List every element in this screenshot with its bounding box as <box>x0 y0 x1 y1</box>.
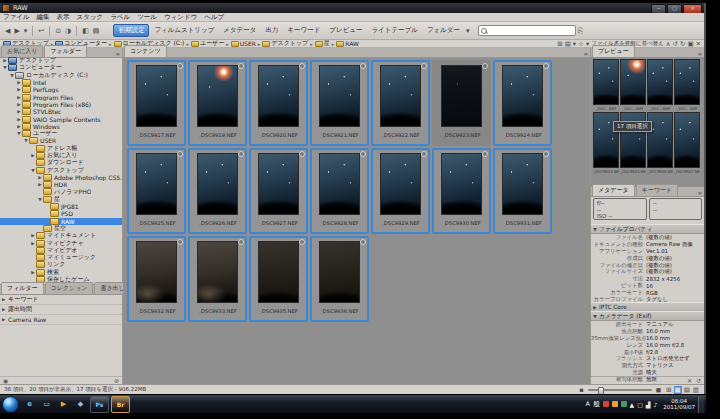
media-gallery-icon[interactable]: ◆ <box>73 398 88 411</box>
refine-icon[interactable]: ◧ <box>82 26 89 36</box>
photo-thumbnail[interactable] <box>197 241 238 303</box>
workspace-tab-8[interactable]: フォルダー <box>423 25 464 36</box>
workspace-tab-3[interactable]: メタデータ <box>219 25 260 36</box>
folder-tree-item[interactable]: ▶Adobe Photoshop CS5.1 <box>0 174 122 181</box>
thumbnail-cell[interactable]: · · · · ·_DSC9932.NEF <box>127 236 186 322</box>
thumbnail-cell[interactable]: · · · · ·_DSC9936.NEF <box>310 236 369 322</box>
breadcrumb-item[interactable]: USER <box>240 40 256 47</box>
camera-import-icon[interactable]: ⊙ <box>55 26 61 36</box>
photo-thumbnail[interactable] <box>441 153 482 215</box>
photo-thumbnail[interactable] <box>258 153 299 215</box>
taskbar-clock[interactable]: 06:042011/09/07 <box>663 398 695 411</box>
details-view-button[interactable]: ▤ <box>683 386 691 394</box>
show-desktop-button[interactable] <box>698 396 704 413</box>
delete-item-icon[interactable]: ✕ <box>696 40 701 48</box>
tab-preview[interactable]: プレビュー <box>592 45 635 57</box>
thumbnail-view-icon[interactable]: ⊞ <box>557 40 562 48</box>
preview-thumbnail[interactable] <box>674 112 700 168</box>
thumbnail-cell[interactable]: · · · · ·_DSC9929.NEF <box>371 148 430 234</box>
search-input[interactable] <box>487 27 573 34</box>
breadcrumb-item[interactable]: RAW <box>345 40 359 47</box>
folder-tree-item[interactable]: ▶STVLBtec <box>0 108 122 115</box>
hidden-icons-icon[interactable]: ▲ <box>630 401 635 408</box>
thumbnail-cell[interactable]: · · · · ·_DSC9919.NEF <box>188 60 247 146</box>
photoshop-taskbar-button[interactable]: Ps <box>90 396 109 413</box>
photo-thumbnail[interactable] <box>197 153 238 215</box>
tab-favorites[interactable]: お気に入り <box>1 45 43 57</box>
workspace-tab-2[interactable]: フィルムストリップ <box>150 25 218 36</box>
folder-tree-item[interactable]: PSD <box>0 210 122 217</box>
thumbnail-cell[interactable]: · · · · ·_DSC9927.NEF <box>249 148 308 234</box>
preview-thumbnail[interactable] <box>674 59 700 105</box>
folder-tree-item[interactable]: ▶Program Files (x86) <box>0 101 122 108</box>
breadcrumb-item[interactable]: ユーザー <box>200 39 224 48</box>
view-dropdown-icon[interactable]: ▾ <box>573 40 576 48</box>
ime-toolbar-icon[interactable] <box>621 401 627 407</box>
section-header[interactable]: ▼ カメラデータ (Exif) <box>591 311 704 321</box>
thumbnail-cell[interactable]: · · · · ·_DSC9920.NEF <box>249 60 308 146</box>
tab-keywords[interactable]: キーワード <box>636 184 678 196</box>
thumbnail-cell[interactable]: · · · · ·_DSC9930.NEF <box>432 148 491 234</box>
grid-view-button[interactable]: ⊞ <box>665 386 672 394</box>
photo-thumbnail[interactable] <box>197 65 238 127</box>
folder-tree-item[interactable]: ▶Intel <box>0 79 122 86</box>
open-in-camera-raw-icon[interactable]: ◑ <box>65 26 71 36</box>
photo-thumbnail[interactable] <box>502 153 543 215</box>
menu-item[interactable]: ファイル <box>3 13 30 22</box>
metadata-clear-icon[interactable]: ✕ <box>687 377 692 384</box>
thumbnail-cell[interactable]: · · · · ·_DSC9917.NEF <box>127 60 186 146</box>
forward-icon[interactable]: ▶ <box>14 26 19 36</box>
menu-item[interactable]: ラベル <box>110 13 130 22</box>
thumbnail-size-slider[interactable] <box>588 389 652 391</box>
filter-clear-icon[interactable]: ⊘ <box>114 377 119 384</box>
volume-icon[interactable]: ♪ <box>653 401 657 408</box>
explorer-icon[interactable]: ▭ <box>39 398 54 411</box>
thumbnail-cell[interactable]: · · · · ·_DSC9925.NEF <box>127 148 186 234</box>
menu-item[interactable]: 編集 <box>37 13 50 22</box>
photo-thumbnail[interactable] <box>258 65 299 127</box>
menu-item[interactable]: スタック <box>77 13 104 22</box>
start-button[interactable] <box>2 396 19 413</box>
tab-content[interactable]: コンテンツ <box>124 45 167 57</box>
filter-item[interactable]: ▶キーワード <box>0 295 122 305</box>
folder-tree-item[interactable]: ▶Windows <box>0 123 122 130</box>
photo-thumbnail[interactable] <box>258 241 299 303</box>
search-output-icon[interactable]: ⎘ <box>578 26 584 36</box>
rotate-ccw-icon[interactable]: ↺ <box>672 40 677 48</box>
ime-input-mode[interactable]: A <box>586 400 590 408</box>
thumb-larger-icon[interactable]: ◼ <box>655 386 662 394</box>
star-filter-icon[interactable]: ☆ <box>578 40 584 48</box>
filter-item[interactable]: ▶Camera Raw <box>0 315 122 325</box>
thumbnail-view-button[interactable]: ▦ <box>674 386 682 394</box>
title-bar[interactable]: RAW ─ ▢ ✕ <box>0 3 704 13</box>
thumbnail-cell[interactable]: · · · · ·_DSC9928.NEF <box>310 148 369 234</box>
menu-item[interactable]: ヘルプ <box>204 13 224 22</box>
workspace-tab-1[interactable]: 初期設定 <box>113 24 149 37</box>
ime-toolbar-icon[interactable] <box>612 401 618 407</box>
wmp-icon[interactable]: ▶ <box>56 398 71 411</box>
ime-toolbar-icon[interactable] <box>603 401 609 407</box>
tab-filter-1[interactable]: フィルター <box>1 282 44 294</box>
folder-tree-item[interactable]: ▶PerfLogs <box>0 86 122 93</box>
photo-thumbnail[interactable] <box>136 153 177 215</box>
preview-thumbnail[interactable] <box>593 59 619 105</box>
search-box[interactable] <box>478 25 576 36</box>
photo-thumbnail[interactable] <box>136 65 177 127</box>
folder-tree-item[interactable]: リンク <box>0 261 122 268</box>
photo-thumbnail[interactable] <box>380 153 421 215</box>
filter-item[interactable]: ▶露出時間 <box>0 305 122 315</box>
folder-tree-item[interactable]: JPG81 <box>0 203 122 210</box>
thumbnail-cell[interactable]: · · · · ·_DSC9931.NEF <box>493 148 552 234</box>
photo-thumbnail[interactable] <box>319 153 360 215</box>
preview-thumbnail[interactable] <box>647 59 673 105</box>
tab-filter-2[interactable]: コレクション <box>45 282 94 294</box>
menu-item[interactable]: ツール <box>137 13 157 22</box>
photo-thumbnail[interactable] <box>441 65 482 127</box>
rotate-cw-icon[interactable]: ↻ <box>680 40 685 48</box>
workspace-tab-4[interactable]: 出力 <box>261 25 282 36</box>
metadata-refresh-icon[interactable]: ↺ <box>696 377 701 384</box>
boomerang-return-icon[interactable]: ↩ <box>38 26 44 36</box>
section-header[interactable]: ▼ ファイルプロパティ <box>591 224 704 234</box>
display-icon[interactable]: ▢ <box>637 401 643 408</box>
preview-thumbnail[interactable] <box>620 59 646 105</box>
